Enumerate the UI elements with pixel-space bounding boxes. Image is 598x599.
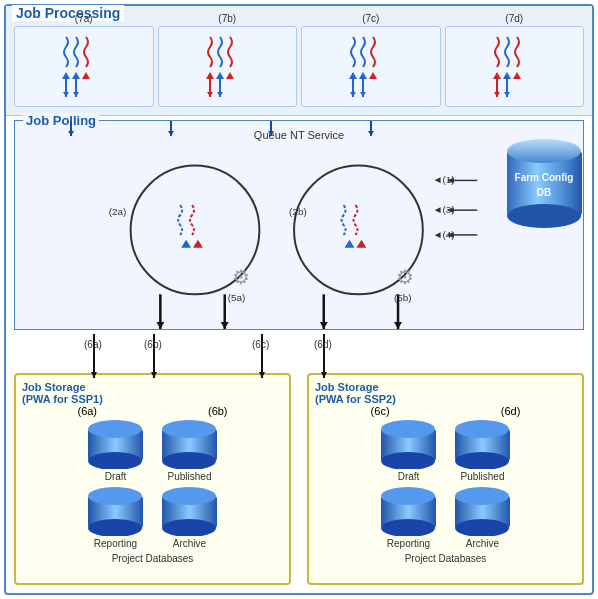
farm-config-db: Farm Config DB (500, 136, 588, 233)
svg-marker-0 (62, 72, 70, 79)
svg-text:⚙: ⚙ (396, 266, 414, 288)
queue-panel-7a: (7a) (14, 26, 154, 107)
svg-marker-8 (216, 72, 224, 79)
svg-marker-9 (226, 72, 234, 79)
archive-db-right: Archive (449, 486, 517, 549)
published-db-left: Published (156, 419, 224, 482)
queue-label-7b: (7b) (218, 13, 236, 24)
storage-right-row1: Draft Published (315, 419, 576, 482)
reporting-label-left: Reporting (82, 538, 150, 549)
queue-label-7c: (7c) (362, 13, 379, 24)
archive-label-right: Archive (449, 538, 517, 549)
svg-text:(5b): (5b) (394, 292, 412, 303)
svg-text:(6c): (6c) (252, 339, 269, 350)
svg-marker-52 (221, 322, 229, 329)
svg-text:Farm Config: Farm Config (514, 172, 573, 183)
draft-label-right: Draft (375, 471, 443, 482)
job-storage-right-title: Job Storage (PWA for SSP2) (315, 381, 576, 405)
project-db-label-left: Project Databases (22, 553, 283, 564)
svg-marker-56 (394, 322, 402, 329)
main-container: Job Processing (7a) (0, 0, 598, 599)
svg-point-78 (455, 420, 509, 438)
bottom-storage: Job Storage (PWA for SSP1) (6a) (6b) (6, 369, 592, 589)
published-db-right: Published (449, 419, 517, 482)
svg-marker-25 (494, 92, 500, 97)
reporting-db-left: Reporting (82, 486, 150, 549)
storage-right-row2: Reporting Archive (315, 486, 576, 549)
archive-db-left: Archive (156, 486, 224, 549)
svg-marker-23 (513, 72, 521, 79)
svg-text:⚙: ⚙ (232, 266, 250, 288)
svg-marker-4 (63, 92, 69, 97)
svg-marker-34 (345, 240, 355, 248)
svg-marker-16 (369, 72, 377, 79)
queue-panel-7d: (7d) (445, 26, 585, 107)
svg-marker-11 (207, 92, 213, 97)
job-processing-box: Job Processing (7a) (4, 4, 594, 595)
storage-left-row1: Draft Published (22, 419, 283, 482)
job-storage-left: Job Storage (PWA for SSP1) (6a) (6b) (14, 373, 291, 585)
queue-panel-7c: (7c) (301, 26, 441, 107)
storage-left-col-labels: (6a) (6b) (22, 405, 283, 417)
draft-label-left: Draft (82, 471, 150, 482)
svg-point-72 (162, 487, 216, 505)
svg-marker-7 (206, 72, 214, 79)
svg-point-59 (507, 204, 581, 228)
published-label-right: Published (449, 471, 517, 482)
svg-marker-2 (82, 72, 90, 79)
reporting-db-right: Reporting (375, 486, 443, 549)
job-polling-section: Job Polling Queue NT Service (2a) (2b) (14, 120, 584, 330)
svg-text:(5a): (5a) (228, 292, 246, 303)
svg-point-69 (88, 487, 142, 505)
queue-label-7a: (7a) (75, 13, 93, 24)
svg-text:◄(4): ◄(4) (433, 229, 455, 240)
farm-config-cylinder: Farm Config DB (502, 136, 587, 231)
svg-point-58 (507, 139, 581, 163)
svg-text:◄(1): ◄(1) (433, 174, 455, 185)
svg-text:(6b): (6b) (144, 339, 162, 350)
project-db-label-right: Project Databases (315, 553, 576, 564)
svg-marker-1 (72, 72, 80, 79)
storage-left-row2: Reporting Archive (22, 486, 283, 549)
svg-point-66 (162, 420, 216, 438)
svg-marker-13 (217, 92, 223, 97)
svg-marker-22 (503, 72, 511, 79)
queue-panel-7b: (7b) (158, 26, 298, 107)
svg-marker-14 (349, 72, 357, 79)
svg-text:◄(3): ◄(3) (433, 204, 455, 215)
svg-point-75 (381, 420, 435, 438)
queue-label-7d: (7d) (505, 13, 523, 24)
job-processing-title: Job Processing (12, 5, 124, 21)
reporting-label-right: Reporting (375, 538, 443, 549)
top-queues: (7a) (6, 6, 592, 116)
svg-marker-15 (359, 72, 367, 79)
svg-text:(2b): (2b) (289, 206, 307, 217)
svg-marker-50 (156, 322, 164, 329)
draft-db-right: Draft (375, 419, 443, 482)
svg-marker-35 (356, 240, 366, 248)
svg-marker-21 (493, 72, 501, 79)
svg-point-63 (88, 420, 142, 438)
svg-marker-20 (360, 92, 366, 97)
published-label-left: Published (156, 471, 224, 482)
svg-marker-18 (350, 92, 356, 97)
job-storage-right: Job Storage (PWA for SSP2) (6c) (6d) (307, 373, 584, 585)
job-storage-left-title: Job Storage (PWA for SSP1) (22, 381, 283, 405)
svg-marker-33 (193, 240, 203, 248)
svg-point-81 (381, 487, 435, 505)
svg-text:(6d): (6d) (314, 339, 332, 350)
svg-marker-27 (504, 92, 510, 97)
polling-svg: (2a) (2b) ⚙ (5a) ⚙ (5 (15, 121, 583, 329)
storage-right-col-labels: (6c) (6d) (315, 405, 576, 417)
svg-point-84 (455, 487, 509, 505)
svg-text:DB: DB (536, 187, 550, 198)
svg-marker-32 (181, 240, 191, 248)
svg-marker-6 (73, 92, 79, 97)
svg-text:(6a): (6a) (84, 339, 102, 350)
svg-text:(2a): (2a) (109, 206, 127, 217)
draft-db-left: Draft (82, 419, 150, 482)
svg-marker-54 (320, 322, 328, 329)
archive-label-left: Archive (156, 538, 224, 549)
